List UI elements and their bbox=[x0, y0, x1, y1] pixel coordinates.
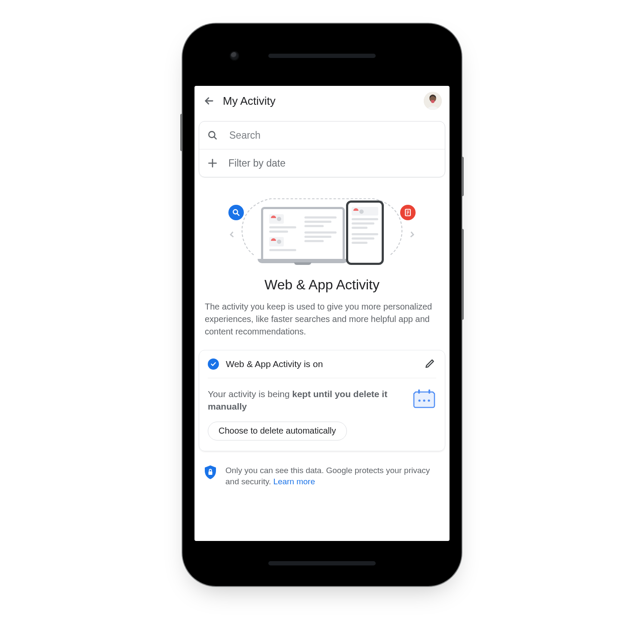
section-description: The activity you keep is used to give yo… bbox=[205, 301, 439, 338]
svg-rect-17 bbox=[209, 471, 213, 475]
back-button[interactable] bbox=[200, 92, 218, 109]
filter-by-date-label: Filter by date bbox=[228, 158, 286, 169]
phone-earpiece-speaker bbox=[268, 54, 376, 58]
svg-point-15 bbox=[423, 399, 425, 401]
hero-illustration bbox=[194, 177, 450, 265]
privacy-notice: Only you can see this data. Google prote… bbox=[204, 465, 440, 488]
document-bubble-icon bbox=[400, 205, 416, 220]
pencil-icon bbox=[424, 358, 435, 369]
search-filter-card: Filter by date bbox=[199, 121, 445, 177]
phone-front-camera bbox=[230, 51, 239, 61]
svg-rect-13 bbox=[428, 389, 430, 394]
activity-status-row[interactable]: Web & App Activity is on bbox=[208, 350, 436, 378]
search-row[interactable] bbox=[199, 122, 445, 149]
svg-line-7 bbox=[237, 213, 239, 216]
filter-by-date-row[interactable]: Filter by date bbox=[199, 149, 445, 177]
svg-point-14 bbox=[418, 399, 420, 401]
auto-delete-button[interactable]: Choose to delete automatically bbox=[208, 422, 347, 440]
app-top-bar: My Activity bbox=[194, 86, 450, 116]
privacy-notice-body: Only you can see this data. Google prote… bbox=[225, 466, 430, 486]
privacy-notice-text: Only you can see this data. Google prote… bbox=[225, 465, 440, 488]
activity-status-card: Web & App Activity is on Your activity i… bbox=[199, 350, 445, 451]
arrow-left-icon bbox=[203, 95, 215, 107]
search-bubble-icon bbox=[228, 205, 244, 220]
svg-line-3 bbox=[214, 137, 216, 139]
retention-text: Your activity is being kept until you de… bbox=[208, 388, 405, 413]
shield-lock-icon bbox=[204, 465, 217, 480]
avatar-image bbox=[424, 92, 442, 110]
edit-button[interactable] bbox=[424, 358, 436, 370]
search-icon bbox=[207, 130, 218, 141]
phone-mockup: My Activity bbox=[182, 24, 462, 586]
account-avatar[interactable] bbox=[424, 92, 442, 110]
retention-prefix: Your activity is being bbox=[208, 389, 292, 399]
activity-status-label: Web & App Activity is on bbox=[226, 359, 323, 369]
search-input[interactable] bbox=[228, 129, 437, 142]
section-heading: Web & App Activity bbox=[201, 277, 443, 293]
laptop-illustration bbox=[258, 207, 348, 265]
phone-frame: My Activity bbox=[182, 24, 462, 586]
phone-chin-speaker bbox=[268, 561, 376, 565]
page-title: My Activity bbox=[223, 94, 276, 108]
svg-rect-12 bbox=[418, 389, 420, 394]
retention-row: Your activity is being kept until you de… bbox=[208, 388, 436, 413]
plus-icon bbox=[207, 158, 218, 169]
svg-point-16 bbox=[428, 399, 430, 401]
phone-illustration bbox=[346, 200, 384, 265]
calendar-icon bbox=[413, 388, 436, 408]
app-screen: My Activity bbox=[194, 86, 450, 541]
learn-more-link[interactable]: Learn more bbox=[273, 477, 315, 486]
checkmark-badge-icon bbox=[208, 358, 219, 370]
